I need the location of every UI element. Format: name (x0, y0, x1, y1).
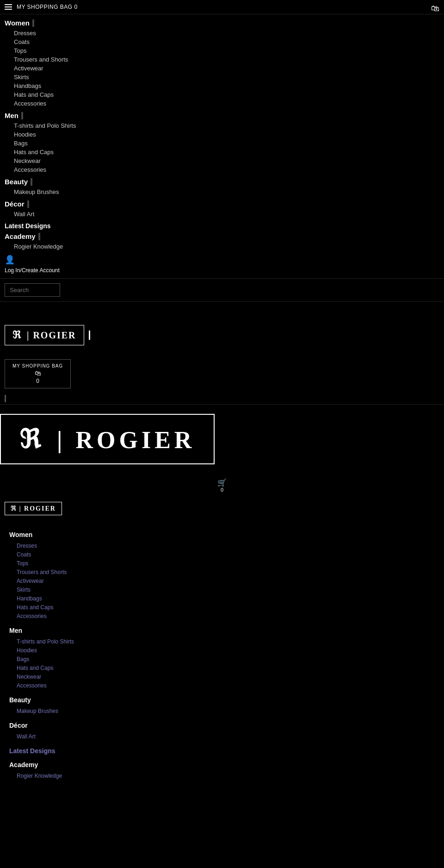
nav-dresses-link[interactable]: Dresses (14, 30, 36, 37)
nav-makeup-brushes-link[interactable]: Makeup Brushes (14, 188, 59, 195)
nav2-men-sublist: T-shirts and Polo Shirts Hoodies Bags Ha… (17, 637, 435, 690)
login-link[interactable]: Log In/Create Account (5, 267, 60, 274)
cart-icon-button: 🛍 (35, 369, 41, 377)
logo-section-1: ℜ | ROGIER (0, 316, 444, 355)
nav2-bags-men[interactable]: Bags (17, 656, 29, 662)
nav2-trousers[interactable]: Trousers and Shorts (17, 569, 67, 575)
nav2-beauty-parent[interactable]: Beauty (9, 696, 435, 704)
nav-decor-indicator (27, 200, 29, 208)
list-item: Coats (14, 37, 439, 46)
list-item: Skirts (17, 585, 435, 594)
nav-women-parent[interactable]: Women (5, 19, 439, 27)
nav-handbags-link[interactable]: Handbags (14, 82, 41, 89)
nav2-makeup-brushes[interactable]: Makeup Brushes (17, 708, 58, 714)
bag-button-label: MY SHOPPING BAG (12, 363, 63, 368)
list-item: Handbags (14, 81, 439, 90)
list-item: Hoodies (17, 646, 435, 655)
bag-button-section: MY SHOPPING BAG 🛍 0 (0, 355, 444, 393)
nav-men-indicator (21, 112, 23, 119)
list-item: Accessories (14, 99, 439, 108)
nav-beauty-parent[interactable]: Beauty (5, 178, 439, 186)
nav2-handbags[interactable]: Handbags (17, 595, 42, 602)
list-item: Rogier Knowledge (14, 242, 439, 251)
small-logo-sep-2: | (19, 505, 22, 512)
list-item: Wall Art (14, 210, 439, 219)
nav-hoodies-link[interactable]: Hoodies (14, 131, 36, 138)
nav-neckwear-link[interactable]: Neckwear (14, 157, 41, 164)
nav2-tops[interactable]: Tops (17, 560, 28, 567)
nav-academy-parent[interactable]: Academy (5, 232, 439, 240)
list-item: Accessories (17, 681, 435, 690)
nav2-tshirts[interactable]: T-shirts and Polo Shirts (17, 638, 74, 645)
shopping-bag-link[interactable]: MY SHOPPING BAG 0 (17, 4, 78, 10)
nav2-academy-parent[interactable]: Academy (9, 761, 435, 768)
nav2-skirts[interactable]: Skirts (17, 587, 31, 593)
nav-accessories-men-link[interactable]: Accessories (14, 166, 46, 173)
nav-hats-caps-women-link[interactable]: Hats and Caps (14, 91, 54, 98)
big-logo-separator: | (57, 427, 66, 453)
nav-accessories-women-link[interactable]: Accessories (14, 100, 46, 107)
nav-academy-sublist: Rogier Knowledge (14, 242, 439, 251)
nav2-hats-caps-women[interactable]: Hats and Caps (17, 604, 53, 611)
nav2-academy-sublist: Rogier Knowledge (17, 771, 435, 780)
nav-activewear-link[interactable]: Activewear (14, 65, 43, 72)
cart-icon[interactable]: 🛍 (431, 4, 439, 13)
nav2-beauty-sublist: Makeup Brushes (17, 706, 435, 715)
list-item: Hats and Caps (17, 603, 435, 612)
big-logo-text: ℜ | ROGIER (19, 424, 195, 454)
shopping-bag-button[interactable]: MY SHOPPING BAG 🛍 0 (5, 359, 71, 388)
nav-decor-label[interactable]: Décor (5, 200, 25, 208)
nav-men-label[interactable]: Men (5, 112, 18, 119)
nav2-accessories-women[interactable]: Accessories (17, 613, 47, 619)
list-item: Accessories (17, 612, 435, 620)
cart-count-small: 0 (221, 487, 223, 493)
big-logo-r: ℜ (19, 425, 44, 454)
nav2-accessories-men[interactable]: Accessories (17, 682, 47, 689)
nav2-neckwear[interactable]: Neckwear (17, 674, 41, 680)
nav-trousers-link[interactable]: Trousers and Shorts (14, 56, 68, 63)
nav-bags-men-link[interactable]: Bags (14, 140, 28, 147)
vertical-bar-logo (89, 331, 90, 340)
nav-men-parent[interactable]: Men (5, 112, 439, 119)
nav2-hoodies[interactable]: Hoodies (17, 647, 37, 654)
list-item: Hats and Caps (14, 90, 439, 99)
nav-decor-parent[interactable]: Décor (5, 200, 439, 208)
list-item: Tops (17, 559, 435, 568)
nav-latest-designs-link[interactable]: Latest Designs (5, 222, 51, 230)
big-logo-section: ℜ | ROGIER (0, 404, 444, 474)
nav-login[interactable]: Log In/Create Account (5, 267, 439, 274)
list-item: Dresses (17, 541, 435, 550)
search-bar-section (0, 279, 444, 302)
nav2-dresses[interactable]: Dresses (17, 543, 37, 549)
list-item: Rogier Knowledge (17, 771, 435, 780)
nav-tshirts-link[interactable]: T-shirts and Polo Shirts (14, 122, 76, 129)
nav2-coats[interactable]: Coats (17, 551, 31, 558)
nav-hats-caps-men-link[interactable]: Hats and Caps (14, 149, 54, 156)
list-item: Hats and Caps (14, 148, 439, 156)
nav-skirts-link[interactable]: Skirts (14, 74, 29, 81)
list-item: Makeup Brushes (17, 706, 435, 715)
nav2-latest-designs-link[interactable]: Latest Designs (9, 747, 435, 755)
small-logo-text-2: ℜ | ROGIER (11, 505, 56, 512)
nav2-hats-caps-men[interactable]: Hats and Caps (17, 665, 53, 671)
nav-women-label[interactable]: Women (5, 19, 30, 27)
nav2-decor-parent[interactable]: Décor (9, 722, 435, 729)
bag-count: 0 (36, 378, 39, 384)
cart-small-section[interactable]: 🛒 0 (5, 476, 439, 494)
nav-beauty-label[interactable]: Beauty (5, 178, 28, 186)
nav-rogier-knowledge-link[interactable]: Rogier Knowledge (14, 243, 63, 250)
hamburger-icon[interactable] (5, 4, 12, 10)
list-item: T-shirts and Polo Shirts (14, 121, 439, 130)
nav2-activewear[interactable]: Activewear (17, 578, 44, 584)
big-logo-brand: ROGIER (75, 427, 195, 453)
nav2-wall-art[interactable]: Wall Art (17, 733, 36, 740)
nav2-women-parent[interactable]: Women (9, 531, 435, 538)
nav-academy-label[interactable]: Academy (5, 232, 36, 240)
nav-coats-link[interactable]: Coats (14, 38, 30, 45)
nav-tops-link[interactable]: Tops (14, 47, 26, 54)
nav2-men-parent[interactable]: Men (9, 627, 435, 634)
nav2-rogier-knowledge[interactable]: Rogier Knowledge (17, 773, 62, 779)
nav-wall-art-link[interactable]: Wall Art (14, 211, 34, 218)
nav-latest-designs[interactable]: Latest Designs (5, 222, 439, 230)
search-input[interactable] (5, 283, 60, 297)
